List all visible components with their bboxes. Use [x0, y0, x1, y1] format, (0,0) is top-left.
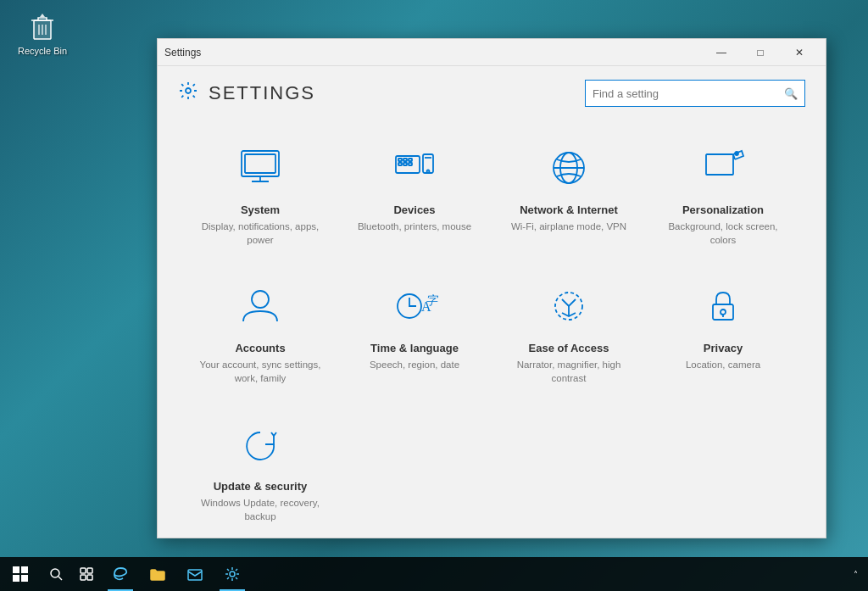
settings-window: Settings — □ ✕ SETTINGS 🔍 — [157, 38, 826, 538]
svg-rect-28 — [21, 566, 28, 573]
svg-line-32 — [58, 577, 62, 580]
network-icon — [543, 142, 594, 193]
svg-rect-10 — [409, 163, 412, 165]
settings-search-box[interactable]: 🔍 — [585, 80, 805, 107]
svg-rect-36 — [87, 575, 92, 580]
svg-rect-35 — [81, 575, 86, 580]
svg-rect-33 — [81, 568, 86, 573]
ease-of-access-icon — [543, 281, 594, 332]
system-icon — [235, 142, 286, 193]
time-language-desc: Speech, region, date — [370, 358, 459, 371]
personalization-icon — [698, 142, 748, 193]
update-security-name: Update & security — [214, 480, 308, 493]
settings-search-input[interactable] — [593, 87, 784, 100]
settings-item-accounts[interactable]: Accounts Your account, sync settings, wo… — [183, 264, 337, 402]
window-title: Settings — [164, 47, 702, 59]
svg-rect-8 — [398, 163, 402, 165]
svg-rect-17 — [706, 154, 733, 175]
ease-of-access-desc: Narrator, magnifier, high contrast — [500, 358, 637, 385]
svg-rect-9 — [403, 163, 407, 165]
svg-point-12 — [427, 170, 430, 173]
network-name: Network & Internet — [520, 204, 618, 216]
accounts-icon — [235, 281, 286, 332]
svg-point-38 — [230, 571, 235, 577]
svg-rect-29 — [13, 575, 19, 582]
taskbar-app-mail[interactable] — [176, 557, 214, 591]
svg-rect-7 — [409, 159, 412, 161]
settings-item-ease-of-access[interactable]: Ease of Access Narrator, magnifier, high… — [492, 264, 646, 402]
taskbar-app-settings[interactable] — [214, 557, 251, 591]
recycle-bin-icon[interactable]: Recycle Bin — [13, 8, 72, 56]
settings-title-area: SETTINGS — [178, 81, 315, 106]
maximize-button[interactable]: □ — [741, 39, 780, 66]
update-security-icon — [235, 419, 286, 470]
system-desc: Display, notifications, apps, power — [192, 220, 329, 247]
minimize-button[interactable]: — — [702, 39, 741, 66]
taskbar: ˄ — [0, 557, 868, 591]
taskbar-task-view[interactable] — [71, 557, 102, 591]
window-controls: — □ ✕ — [702, 39, 819, 66]
svg-rect-37 — [188, 570, 202, 580]
close-button[interactable]: ✕ — [780, 39, 819, 66]
svg-point-25 — [721, 309, 726, 315]
search-icon: 🔍 — [784, 87, 798, 100]
settings-gear-icon — [178, 81, 198, 106]
svg-rect-6 — [403, 159, 407, 161]
recycle-bin-label: Recycle Bin — [18, 46, 67, 56]
title-bar: Settings — □ ✕ — [158, 39, 826, 66]
settings-item-privacy[interactable]: Privacy Location, camera — [646, 264, 800, 402]
settings-item-time-language[interactable]: A 字 Time & language Speech, region, date — [337, 264, 492, 402]
settings-item-devices[interactable]: Devices Bluetooth, printers, mouse — [337, 125, 492, 264]
settings-grid: System Display, notifications, apps, pow… — [158, 117, 826, 549]
taskbar-apps — [102, 557, 251, 591]
devices-icon — [389, 142, 440, 193]
system-name: System — [241, 204, 280, 216]
settings-header: SETTINGS 🔍 — [158, 66, 826, 117]
privacy-desc: Location, camera — [686, 358, 760, 371]
ease-of-access-name: Ease of Access — [529, 342, 609, 354]
svg-rect-5 — [398, 159, 402, 161]
accounts-name: Accounts — [235, 342, 285, 354]
svg-rect-27 — [13, 566, 19, 573]
personalization-desc: Background, lock screen, colors — [654, 220, 792, 247]
svg-point-18 — [735, 152, 738, 155]
settings-item-system[interactable]: System Display, notifications, apps, pow… — [183, 125, 337, 264]
svg-point-19 — [252, 291, 269, 308]
taskbar-search[interactable] — [41, 557, 71, 591]
privacy-name: Privacy — [704, 342, 743, 354]
svg-rect-34 — [87, 568, 92, 573]
svg-point-1 — [186, 88, 191, 93]
svg-rect-30 — [21, 575, 28, 582]
network-desc: Wi-Fi, airplane mode, VPN — [511, 220, 626, 233]
start-button[interactable] — [0, 557, 41, 591]
devices-name: Devices — [393, 204, 435, 216]
settings-item-personalization[interactable]: Personalization Background, lock screen,… — [646, 125, 800, 264]
svg-point-31 — [51, 569, 59, 577]
personalization-name: Personalization — [682, 204, 764, 216]
privacy-icon — [698, 281, 748, 332]
svg-rect-24 — [713, 304, 733, 320]
devices-desc: Bluetooth, printers, mouse — [358, 220, 471, 233]
time-language-icon: A 字 — [389, 281, 440, 332]
settings-title: SETTINGS — [209, 82, 315, 104]
time-language-name: Time & language — [370, 342, 459, 354]
svg-rect-3 — [245, 154, 275, 173]
taskbar-right: ˄ — [854, 570, 868, 579]
desktop: Recycle Bin Settings — □ ✕ SETTINGS — [0, 0, 868, 591]
svg-text:字: 字 — [426, 293, 438, 307]
taskbar-app-edge[interactable] — [102, 557, 139, 591]
taskbar-app-file-explorer[interactable] — [139, 557, 176, 591]
settings-item-update-security[interactable]: Update & security Windows Update, recove… — [183, 402, 337, 540]
settings-item-network[interactable]: Network & Internet Wi-Fi, airplane mode,… — [492, 125, 646, 264]
taskbar-chevron[interactable]: ˄ — [854, 570, 858, 579]
update-security-desc: Windows Update, recovery, backup — [192, 496, 329, 523]
accounts-desc: Your account, sync settings, work, famil… — [192, 358, 329, 385]
